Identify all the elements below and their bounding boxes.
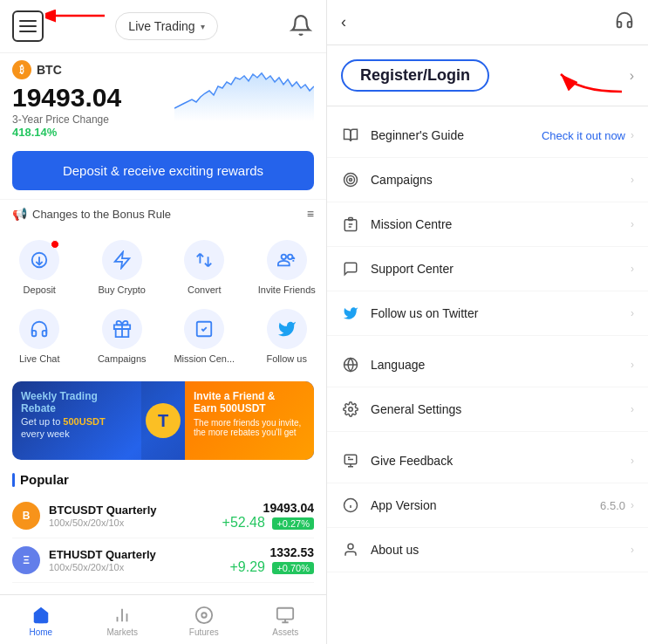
convert-icon <box>184 240 224 280</box>
nav-markets[interactable]: Markets <box>82 602 164 641</box>
campaigns-label: Campaigns <box>98 353 147 364</box>
btc-change-pct: 418.14% <box>12 126 121 139</box>
campaigns-action[interactable]: Campaigns <box>83 304 162 369</box>
nav-home[interactable]: Home <box>0 602 82 641</box>
follow-us-icon <box>267 309 307 349</box>
clipboard-icon <box>341 215 360 234</box>
buy-crypto-label: Buy Crypto <box>99 284 146 295</box>
trading-mode-label: Live Trading <box>128 19 194 33</box>
check-it-out-text: Check it out now <box>542 129 625 142</box>
home-icon <box>31 606 51 625</box>
banner-right-title2: Earn 500USDT <box>194 402 305 414</box>
btc-logo: ₿ <box>12 60 31 79</box>
btc-period-label: 3-Year Price Change <box>12 113 121 126</box>
ethusdt-name: ETHUSDT Quarterly <box>49 548 156 561</box>
trading-mode-button[interactable]: Live Trading ▾ <box>115 12 217 40</box>
menu-section-1: Beginner's Guide Check it out now › Camp… <box>327 113 648 336</box>
megaphone-icon: 📢 <box>12 207 27 221</box>
chevron-right-icon: › <box>631 544 634 556</box>
register-login-text: Register/Login <box>360 66 470 84</box>
menu-item-give-feedback[interactable]: Give Feedback › <box>327 439 648 483</box>
live-chat-icon <box>19 309 59 349</box>
follow-us-action[interactable]: Follow us <box>248 304 327 369</box>
popular-title: Popular <box>12 472 314 487</box>
nav-futures[interactable]: Futures <box>163 602 245 641</box>
nav-home-label: Home <box>29 627 52 637</box>
back-button[interactable]: ‹ <box>341 13 346 31</box>
bottom-navigation: Home Markets Futures Assets <box>0 594 326 644</box>
beginners-guide-label: Beginner's Guide <box>371 128 464 142</box>
mission-centre-icon <box>184 309 224 349</box>
register-login-box: Register/Login <box>341 59 489 92</box>
btcusdt-name: BTCUSDT Quarterly <box>49 504 157 517</box>
deposit-action[interactable]: Deposit <box>0 235 79 300</box>
deposit-button[interactable]: Deposit & receive exciting rewards <box>12 151 314 190</box>
btcusdt-row[interactable]: B BTCUSDT Quarterly 100x/50x/20x/10x 194… <box>12 494 314 538</box>
campaigns-icon <box>102 309 142 349</box>
convert-action[interactable]: Convert <box>165 235 244 300</box>
nav-assets[interactable]: Assets <box>245 602 327 641</box>
ethusdt-row[interactable]: Ξ ETHUSDT Quarterly 100x/50x/20x/10x 133… <box>12 538 314 583</box>
invite-friends-label: Invite Friends <box>258 284 316 295</box>
invite-friends-icon <box>267 240 307 280</box>
tron-logo: T <box>146 403 181 438</box>
support-center-label: Support Center <box>371 262 454 276</box>
chevron-right-icon: › <box>631 307 634 319</box>
btcusdt-change-pct: +0.27% <box>272 517 314 530</box>
target-icon <box>341 170 360 189</box>
chevron-right-icon: › <box>631 499 634 511</box>
app-version-label: App Version <box>371 498 437 512</box>
twitter-icon <box>341 304 360 323</box>
deposit-icon <box>19 240 59 280</box>
buy-crypto-action[interactable]: Buy Crypto <box>83 235 162 300</box>
menu-item-support-center[interactable]: Support Center › <box>327 247 648 291</box>
svg-rect-16 <box>344 220 357 231</box>
chevron-right-icon: › <box>631 218 634 230</box>
about-us-label: About us <box>371 543 419 557</box>
menu-item-mission-centre[interactable]: Mission Centre › <box>327 202 648 247</box>
menu-item-general-settings[interactable]: General Settings › <box>327 387 648 432</box>
register-login-section[interactable]: Register/Login › <box>327 45 648 106</box>
chevron-right-icon: › <box>631 174 634 186</box>
arrow-annotation-left <box>45 0 115 33</box>
banner-left-sub2: every week <box>21 428 133 439</box>
svg-rect-10 <box>277 608 293 620</box>
svg-point-13 <box>347 176 355 184</box>
banner-left-title: Weekly Trading Rebate <box>21 390 133 414</box>
menu-item-campaigns[interactable]: Campaigns › <box>327 158 648 202</box>
invite-friends-action[interactable]: Invite Friends <box>248 235 327 300</box>
person-icon <box>341 540 360 559</box>
promo-banner[interactable]: Weekly Trading Rebate Get up to 500USDT … <box>12 381 314 460</box>
menu-button[interactable] <box>12 10 44 42</box>
mission-centre-action[interactable]: Mission Cen... <box>165 304 244 369</box>
ethusdt-price: 1332.53 <box>229 545 314 559</box>
menu-item-language[interactable]: Language › <box>327 343 648 387</box>
banner-left-sub: Get up to 500USDT <box>21 416 133 427</box>
banner-right-sub: The more friends you invite, <box>194 418 305 428</box>
mission-centre-menu-label: Mission Centre <box>371 217 452 231</box>
bell-icon[interactable] <box>290 14 314 38</box>
live-chat-action[interactable]: Live Chat <box>0 304 79 369</box>
menu-item-about-us[interactable]: About us › <box>327 528 648 572</box>
banner-left: Weekly Trading Rebate Get up to 500USDT … <box>12 381 141 460</box>
bonus-text: Changes to the Bonus Rule <box>32 208 171 221</box>
menu-item-app-version[interactable]: App Version 6.5.0 › <box>327 483 648 528</box>
support-icon[interactable] <box>615 10 634 34</box>
ethusdt-sub: 100x/50x/20x/10x <box>49 562 156 572</box>
buy-crypto-icon <box>102 240 142 280</box>
menu-section-2: Language › General Settings › <box>327 343 648 432</box>
svg-point-9 <box>201 613 207 618</box>
svg-point-8 <box>196 607 212 623</box>
menu-item-beginners-guide[interactable]: Beginner's Guide Check it out now › <box>327 113 648 158</box>
list-icon[interactable]: ≡ <box>307 207 314 221</box>
campaigns-menu-label: Campaigns <box>371 173 433 187</box>
general-settings-label: General Settings <box>371 402 461 416</box>
menu-item-twitter[interactable]: Follow us on Twitter › <box>327 291 648 336</box>
nav-markets-label: Markets <box>106 627 138 637</box>
give-feedback-label: Give Feedback <box>371 454 453 468</box>
btc-price: 19493.04 <box>12 83 121 112</box>
convert-label: Convert <box>188 284 222 295</box>
nav-futures-label: Futures <box>189 627 219 637</box>
language-label: Language <box>371 358 425 372</box>
deposit-label: Deposit <box>24 284 56 295</box>
